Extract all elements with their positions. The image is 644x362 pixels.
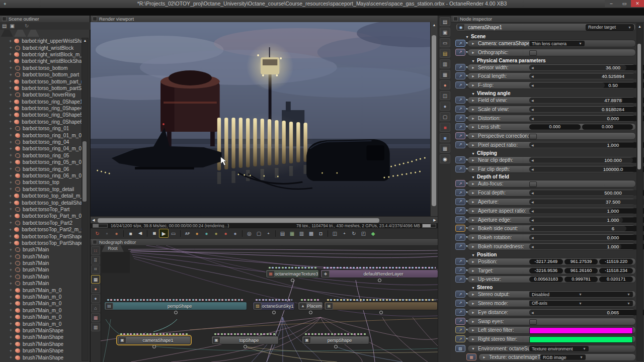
mesh-icon[interactable]: ● (91, 285, 100, 293)
parameter-node-icon[interactable]: ↗ (455, 276, 465, 283)
outliner-item[interactable]: + brush7Main_m_0 (0, 314, 82, 320)
link-icon[interactable]: ▣ (10, 23, 14, 29)
outliner-item[interactable]: + brush7MainShape (0, 334, 82, 340)
parameter-node-icon[interactable]: ↗ (455, 180, 465, 187)
outliner-item[interactable]: + barbot:torsoTop_Part (0, 206, 82, 213)
outliner-item[interactable]: + barbot:torso_top_detailShape (0, 199, 82, 206)
expand-arrow-icon[interactable]: ► (471, 293, 475, 296)
outliner-item[interactable]: + barbot:torsoTop_PartShape2 (0, 240, 82, 246)
outliner-item[interactable]: + brush7Main (0, 274, 82, 280)
expand-icon[interactable]: + (9, 321, 13, 326)
maximize-button[interactable]: ▭ (618, 0, 631, 7)
parameter-row[interactable]: ► Up-vector: ◀ ▶ 0.00563183 0.999781 0.0… (467, 276, 636, 283)
decrement-icon[interactable]: ◀ (529, 209, 536, 213)
texture-window-icon[interactable]: ◫ (440, 91, 450, 100)
expand-icon[interactable]: + (9, 180, 13, 185)
parameter-row[interactable]: ► Swap eyes: ◀ ▶ ▼ (467, 318, 636, 325)
outliner-item[interactable]: + barbot:torso_ring_01_m_0 (0, 132, 82, 138)
outliner-item[interactable]: + barbot:torso_ring_0Shape4 (0, 105, 82, 112)
parameter-node-icon[interactable]: ↗ (455, 64, 465, 71)
mode-texture-icon[interactable]: ● (211, 229, 221, 238)
outliner-item[interactable]: + barbot:torso_hoverRing (0, 92, 82, 98)
parameter-row[interactable]: ► Pixel aspect ratio: ◀ 1.000 ▶ (467, 141, 636, 149)
parameter-node-icon[interactable]: ↗ (455, 115, 465, 122)
expand-icon[interactable]: + (9, 288, 13, 293)
parameter-row[interactable]: ► Sensor width: ◀ 36.000 ▶ (467, 64, 636, 71)
expand-arrow-icon[interactable]: ► (471, 328, 475, 332)
pause-render-icon[interactable]: ▮▮ (149, 229, 159, 238)
save-image-icon[interactable]: ▥ (297, 229, 306, 238)
mesh-node-icon[interactable]: ● (440, 80, 450, 89)
mode-material-icon[interactable]: ● (202, 229, 211, 238)
expand-icon[interactable]: + (9, 234, 12, 239)
decrement-icon[interactable]: ◀ (529, 117, 536, 120)
rotate-tool-icon[interactable]: ↻ (349, 229, 359, 238)
outliner-item[interactable]: + brush7Main (0, 253, 82, 260)
expand-icon[interactable]: + (9, 93, 13, 98)
outliner-item[interactable]: + brush7Main_m_0 (0, 294, 82, 300)
parameter-node-icon[interactable]: ↗ (455, 326, 465, 333)
parameter-node-icon[interactable]: ↗ (455, 216, 465, 223)
expand-icon[interactable]: + (9, 65, 13, 70)
copy-image-icon[interactable]: ▤ (278, 229, 287, 238)
outliner-item[interactable]: + barbot:torso_ring_06_m_0 (0, 172, 82, 179)
mode-shaded-icon[interactable]: ● (192, 229, 202, 238)
checkbox[interactable] (529, 182, 537, 187)
outliner-tab[interactable] (14, 30, 26, 37)
parameter-row[interactable]: ► Focal depth: ◀ 500.000 ▶ (467, 189, 636, 197)
node-input-pins[interactable] (323, 266, 436, 269)
outliner-item[interactable]: + barbot:torsoTop_Part2 (0, 220, 82, 226)
outliner-item[interactable]: + barbot:torso_ring_01 (0, 125, 82, 132)
expand-icon[interactable]: + (9, 133, 13, 138)
fit-view-icon[interactable]: ◰ (359, 229, 368, 238)
panel-box-icon[interactable] (93, 240, 97, 244)
color-swatch[interactable] (529, 336, 633, 343)
expand-icon[interactable]: + (9, 173, 13, 178)
expand-icon[interactable]: + (9, 274, 13, 279)
checkbox[interactable] (529, 50, 537, 56)
expand-icon[interactable]: + (9, 267, 13, 273)
refresh-icon[interactable]: ↻ (25, 23, 29, 29)
node-topShape[interactable]: ▣ topShape (211, 333, 279, 348)
texture-row[interactable]: ▦ ► Texture: octaneImageTexture3 RGB ima… (454, 353, 636, 360)
value-slider[interactable]: ◀ 0.000 ▶ (529, 235, 644, 240)
scroll-right-icon[interactable]: ▶ (432, 218, 438, 222)
expand-arrow-icon[interactable]: ► (471, 260, 475, 263)
expand-icon[interactable]: + (9, 335, 13, 340)
parameter-node-icon[interactable]: ↗ (455, 207, 465, 214)
parameter-node-icon[interactable]: ↗ (455, 234, 465, 241)
expand-icon[interactable]: + (9, 187, 13, 192)
decrement-icon[interactable]: ◀ (529, 200, 536, 204)
outliner-item[interactable]: + brush7Main (0, 246, 82, 253)
outliner-item[interactable]: + barbot:torso_ring_0Shape5 (0, 112, 82, 118)
layers-icon[interactable]: ▤ (2, 23, 7, 29)
expand-icon[interactable]: + (9, 140, 13, 145)
scroll-up-icon[interactable]: ▲ (637, 25, 642, 28)
outliner-item[interactable]: + brush7Main (0, 266, 82, 273)
parameter-row[interactable]: ► F-stop: ◀ 0.50 ▶ 0.50▼ (467, 81, 636, 89)
outliner-item[interactable]: + brush7MainShape (0, 341, 82, 347)
expand-icon[interactable]: + (9, 301, 13, 306)
expand-icon[interactable]: + (9, 315, 13, 320)
node-type-dropdown[interactable]: Thin lens camera▼ (529, 41, 585, 46)
outliner-item[interactable]: + brush7MainShape (0, 327, 82, 334)
expand-icon[interactable]: + (9, 146, 13, 151)
expand-arrow-icon[interactable]: ► (471, 320, 475, 323)
parameter-row[interactable]: ► Scale of view: ◀ 0.9180284 ▶ (467, 106, 636, 113)
node-input-pins[interactable] (304, 333, 367, 335)
expand-arrow-icon[interactable]: ► (471, 51, 475, 54)
value-slider[interactable]: ◀ 500.000 ▶ (529, 190, 644, 196)
expand-arrow-icon[interactable]: ► (471, 302, 475, 305)
node-output-pin[interactable] (272, 311, 276, 314)
node-perspShape-top[interactable]: ▤ perspShape (104, 299, 247, 314)
move-tool-icon[interactable]: + (340, 229, 349, 238)
expand-icon[interactable]: + (9, 254, 13, 259)
value-slider[interactable]: ◀ 37.500 ▶ (529, 199, 644, 205)
play-render-icon[interactable]: ▶ (159, 229, 169, 238)
nodegraph-canvas[interactable]: ▦ octaneImageTexture3 ◆ defaultRenderLay… (101, 245, 438, 362)
parameter-node-icon[interactable]: ↗ (455, 300, 465, 307)
value-slider[interactable]: ◀ 0.065 ▶ (529, 310, 644, 315)
parameter-node-icon[interactable]: ↗ (455, 243, 465, 250)
parameter-row[interactable]: ► Position: ◀ ▶ -3217.2649 961.27539 -11… (467, 258, 636, 265)
expand-arrow-icon[interactable]: ► (471, 337, 475, 341)
